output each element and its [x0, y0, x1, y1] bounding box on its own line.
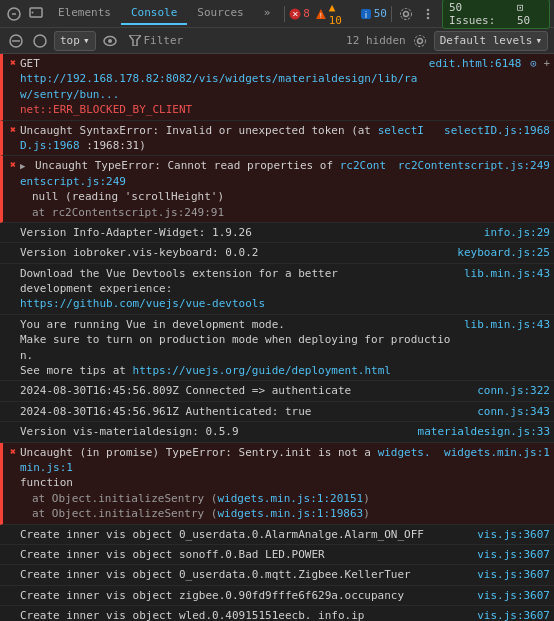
error-count-badge[interactable]: ✕ 8 — [289, 7, 310, 20]
log-entry: Create inner vis object wled.0.40915151e… — [0, 606, 554, 621]
context-dropdown[interactable]: top ▾ — [54, 31, 96, 51]
console-toolbar: top ▾ Filter 12 hidden Default levels ▾ — [0, 28, 554, 54]
error-icon: ✖ — [7, 446, 19, 458]
tab-console[interactable]: Console — [121, 2, 187, 25]
log-entry: 2024-08-30T16:45:56.961Z Authenticated: … — [0, 402, 554, 422]
svg-point-10 — [403, 11, 408, 16]
info-count-badge[interactable]: i 50 — [360, 7, 387, 20]
tab-sources[interactable]: Sources — [187, 2, 253, 25]
log-entry: Create inner vis object 0_userdata.0.Ala… — [0, 525, 554, 545]
svg-point-14 — [427, 16, 430, 19]
log-source: rc2Contentscript.js:249 — [398, 158, 550, 173]
svg-point-17 — [34, 35, 46, 47]
inspect-button[interactable] — [26, 4, 46, 24]
error-icon: ✖ — [7, 159, 19, 171]
log-entry: Create inner vis object zigbee.0.90fd9ff… — [0, 586, 554, 606]
filter-button[interactable]: Filter — [124, 33, 189, 48]
dev-tools-tabs: Elements Console Sources » — [48, 2, 280, 25]
log-source: selectID.js:1968 — [444, 123, 550, 138]
log-content: Create inner vis object zigbee.0.90fd9ff… — [20, 588, 550, 603]
issues-count: ⊡ 50 — [517, 1, 543, 27]
log-entry: ✖ GET http://192.168.178.82:8082/vis/wid… — [0, 54, 554, 121]
log-content: Create inner vis object 0_userdata.0.Ala… — [20, 527, 550, 542]
log-source: info.js:29 — [484, 225, 550, 240]
levels-value: Default levels — [440, 34, 533, 47]
svg-text:✕: ✕ — [292, 10, 299, 19]
log-entry: 2024-08-30T16:45:56.809Z Connected => au… — [0, 381, 554, 401]
svg-point-22 — [414, 35, 425, 46]
more-menu-icon[interactable] — [418, 4, 438, 24]
tab-more[interactable]: » — [254, 2, 281, 25]
log-entry: You are running Vue in development mode.… — [0, 315, 554, 382]
get-url-link[interactable]: http://192.168.178.82:8082/vis/widgets/m… — [20, 72, 417, 100]
log-content: 2024-08-30T16:45:56.809Z Connected => au… — [20, 383, 550, 398]
log-source: conn.js:343 — [477, 404, 550, 419]
log-entry: Version Info-Adapter-Widget: 1.9.26 info… — [0, 223, 554, 243]
toolbar-divider2 — [391, 6, 392, 22]
clear-console-icon[interactable] — [6, 31, 26, 51]
log-entry: Create inner vis object 0_userdata.0.mqt… — [0, 565, 554, 585]
levels-dropdown[interactable]: Default levels ▾ — [434, 31, 548, 51]
log-source: vis.js:3607 — [477, 608, 550, 621]
hidden-count: 12 hidden — [346, 34, 406, 47]
log-entry: Version iobroker.vis-keyboard: 0.0.2 key… — [0, 243, 554, 263]
vue-deploy-link[interactable]: https://vuejs.org/guide/deployment.html — [133, 364, 391, 377]
log-content: Uncaught (in promise) TypeError: Sentry.… — [20, 445, 550, 522]
svg-point-21 — [417, 38, 422, 43]
svg-marker-20 — [129, 35, 141, 46]
log-content: Create inner vis object sonoff.0.Bad LED… — [20, 547, 550, 562]
log-content: Download the Vue Devtools extension for … — [20, 266, 550, 312]
log-content: Version vis-materialdesign: 0.5.9 materi… — [20, 424, 550, 439]
vue-devtools-link[interactable]: https://github.com/vuejs/vue-devtools — [20, 297, 265, 310]
tab-elements[interactable]: Elements — [48, 2, 121, 25]
log-content: Create inner vis object wled.0.40915151e… — [20, 608, 550, 621]
error-icon: ✖ — [7, 57, 19, 69]
log-source: vis.js:3607 — [477, 527, 550, 542]
svg-point-12 — [427, 8, 430, 11]
log-content: Uncaught SyntaxError: Invalid or unexpec… — [20, 123, 550, 154]
log-entry: ✖ ▶ Uncaught TypeError: Cannot read prop… — [0, 156, 554, 223]
log-source: vis.js:3607 — [477, 567, 550, 582]
warning-count-badge[interactable]: ! ▲ 10 — [315, 1, 355, 27]
log-content: Version Info-Adapter-Widget: 1.9.26 info… — [20, 225, 550, 240]
error-icon: ✖ — [7, 124, 19, 136]
log-source: vis.js:3607 — [477, 588, 550, 603]
svg-point-3 — [32, 11, 34, 13]
back-button[interactable] — [4, 4, 24, 24]
issues-button[interactable]: 50 Issues: ⊡ 50 — [442, 0, 550, 29]
svg-point-13 — [427, 12, 430, 15]
log-content: Create inner vis object 0_userdata.0.mqt… — [20, 567, 550, 582]
log-source: lib.min.js:43 — [464, 266, 550, 281]
svg-point-11 — [400, 8, 411, 19]
context-value: top — [60, 34, 80, 47]
log-source: keyboard.js:25 — [457, 245, 550, 260]
expand-arrow[interactable]: ▶ — [20, 161, 25, 171]
log-content: ▶ Uncaught TypeError: Cannot read proper… — [20, 158, 550, 220]
svg-text:i: i — [365, 10, 367, 20]
hidden-settings-icon[interactable] — [410, 31, 430, 51]
svg-text:!: ! — [320, 10, 322, 19]
filter-toggle-icon[interactable] — [30, 31, 50, 51]
issues-label: 50 Issues: — [449, 1, 514, 27]
log-content: 2024-08-30T16:45:56.961Z Authenticated: … — [20, 404, 550, 419]
toolbar-divider — [284, 6, 285, 22]
eye-icon[interactable] — [100, 31, 120, 51]
log-source: edit.html:6148 ⊙ + — [429, 56, 550, 71]
log-source: vis.js:3607 — [477, 547, 550, 562]
levels-chevron: ▾ — [535, 34, 542, 47]
log-content: GET http://192.168.178.82:8082/vis/widge… — [20, 56, 550, 118]
log-entry: Download the Vue Devtools extension for … — [0, 264, 554, 315]
console-log-area: ✖ GET http://192.168.178.82:8082/vis/wid… — [0, 54, 554, 621]
log-content: You are running Vue in development mode.… — [20, 317, 550, 379]
settings-gear-icon[interactable] — [396, 4, 416, 24]
log-entry: Create inner vis object sonoff.0.Bad LED… — [0, 545, 554, 565]
filter-label: Filter — [144, 34, 184, 47]
svg-point-19 — [108, 39, 112, 43]
log-source: materialdesign.js:33 — [418, 424, 550, 439]
log-source: conn.js:322 — [477, 383, 550, 398]
log-source: widgets.min.js:1 — [444, 445, 550, 460]
log-source: lib.min.js:43 — [464, 317, 550, 332]
log-entry: Version vis-materialdesign: 0.5.9 materi… — [0, 422, 554, 442]
context-chevron: ▾ — [83, 34, 90, 47]
log-content: Version iobroker.vis-keyboard: 0.0.2 key… — [20, 245, 550, 260]
